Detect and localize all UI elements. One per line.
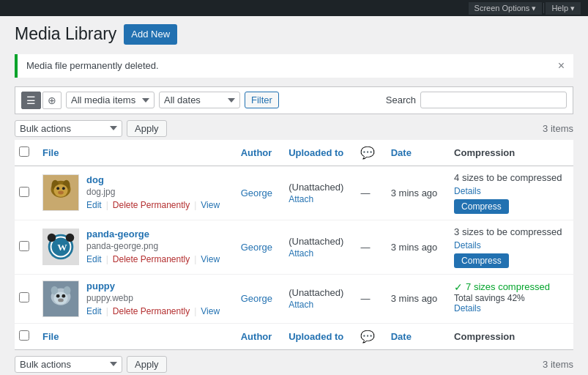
footer-comment-icon: 💬	[360, 330, 375, 343]
header-file-label: File	[42, 147, 59, 158]
bulk-bar-top: Bulk actions Delete Permanently Apply 3 …	[15, 120, 573, 137]
top-bar: Screen Options ▾ Help ▾	[0, 0, 588, 16]
page-header: Media Library Add New	[15, 23, 573, 45]
author-link-panda[interactable]: George	[241, 242, 272, 253]
apply-button-bottom[interactable]: Apply	[127, 356, 167, 373]
file-filename-panda: panda-george.png	[86, 241, 220, 251]
uploaded-cell-puppy: (Unattached) Attach	[281, 274, 353, 323]
compress-info-panda: 3 sizes to be compressed	[454, 226, 566, 237]
details-link-dog[interactable]: Details	[454, 186, 566, 196]
select-all-checkbox[interactable]	[19, 146, 29, 157]
author-link-puppy[interactable]: George	[241, 293, 272, 304]
row-cb-panda	[15, 220, 35, 274]
wp-admin: Screen Options ▾ Help ▾ Media Library Ad…	[0, 0, 588, 375]
list-view-icon: ☰	[26, 94, 36, 106]
compression-cell-panda: 3 sizes to be compressed Details Compres…	[447, 220, 573, 274]
footer-file-label: File	[42, 331, 59, 342]
header-uploaded[interactable]: Uploaded to	[281, 140, 353, 166]
list-view-button[interactable]: ☰	[21, 92, 41, 109]
delete-link-dog[interactable]: Delete Permanently	[113, 200, 190, 210]
notice-dismiss-button[interactable]: ×	[558, 60, 565, 72]
compression-cell-puppy: ✓ 7 sizes compressed Total savings 42% D…	[447, 274, 573, 323]
edit-link-dog[interactable]: Edit	[86, 200, 102, 210]
details-link-panda[interactable]: Details	[454, 240, 566, 250]
items-count-top: 3 items	[543, 123, 573, 134]
comment-dash-dog: —	[360, 188, 370, 198]
media-table: File Author Uploaded to 💬 Date	[15, 140, 573, 350]
uploaded-cell-panda: (Unattached) Attach	[281, 220, 353, 274]
help-label: Help	[551, 4, 568, 12]
select-all-checkbox-bottom[interactable]	[19, 330, 29, 341]
grid-view-button[interactable]: ⊕	[42, 92, 62, 109]
svg-point-18	[53, 292, 67, 304]
file-name-panda[interactable]: panda-george	[86, 229, 220, 240]
row-actions-puppy: Edit | Delete Permanently | View	[86, 306, 220, 316]
details-link-puppy[interactable]: Details	[454, 303, 566, 313]
header-date-label: Date	[391, 147, 412, 158]
attach-link-panda[interactable]: Attach	[289, 248, 346, 259]
delete-link-puppy[interactable]: Delete Permanently	[113, 306, 190, 316]
svg-point-12	[48, 234, 56, 242]
compress-button-dog[interactable]: Compress	[454, 199, 509, 214]
date-filter[interactable]: All dates January 2024	[159, 92, 240, 108]
attach-link-puppy[interactable]: Attach	[289, 300, 346, 310]
filter-button[interactable]: Filter	[245, 92, 279, 108]
notice-bar: Media file permanently deleted. ×	[15, 54, 573, 78]
file-info-panda: panda-george panda-george.png Edit | Del…	[86, 229, 220, 264]
row-checkbox-dog[interactable]	[19, 187, 29, 197]
bulk-actions-select-bottom[interactable]: Bulk actions Delete Permanently	[15, 356, 122, 373]
apply-button-top[interactable]: Apply	[127, 120, 167, 137]
screen-options-label: Screen Options	[475, 4, 530, 12]
help-button[interactable]: Help ▾	[546, 2, 581, 15]
footer-cb	[15, 323, 35, 349]
compression-cell-dog: 4 sizes to be compressed Details Compres…	[447, 166, 573, 220]
row-actions-panda: Edit | Delete Permanently | View	[86, 254, 220, 264]
footer-date[interactable]: Date	[384, 323, 447, 349]
header-comment[interactable]: 💬	[353, 140, 383, 166]
header-author-label: Author	[241, 147, 272, 158]
add-new-button[interactable]: Add New	[124, 24, 177, 45]
bulk-actions-select-top[interactable]: Bulk actions Delete Permanently	[15, 120, 122, 137]
file-name-puppy[interactable]: puppy	[86, 281, 220, 292]
delete-link-panda[interactable]: Delete Permanently	[113, 254, 190, 264]
checkmark-icon: ✓	[454, 281, 463, 293]
screen-options-button[interactable]: Screen Options ▾	[469, 2, 543, 15]
footer-author-label: Author	[241, 331, 272, 342]
header-date[interactable]: Date	[384, 140, 447, 166]
author-link-dog[interactable]: George	[241, 188, 272, 198]
file-cell-dog: dog dog.jpg Edit | Delete Permanently | …	[35, 166, 234, 220]
row-checkbox-panda[interactable]	[19, 241, 29, 251]
svg-point-7	[58, 191, 64, 195]
footer-uploaded[interactable]: Uploaded to	[281, 323, 353, 349]
top-bar-separator	[543, 3, 544, 13]
bulk-left-bottom: Bulk actions Delete Permanently Apply	[15, 356, 167, 373]
footer-file[interactable]: File	[35, 323, 234, 349]
footer-author[interactable]: Author	[234, 323, 281, 349]
compress-info-dog: 4 sizes to be compressed	[454, 172, 566, 183]
search-label: Search	[386, 94, 416, 105]
file-name-dog[interactable]: dog	[86, 174, 220, 185]
bulk-bar-bottom: Bulk actions Delete Permanently Apply 3 …	[15, 356, 573, 373]
media-type-filter[interactable]: All media items Images Audio Video	[66, 92, 155, 108]
table-row: puppy puppy.webp Edit | Delete Permanent…	[15, 274, 573, 323]
svg-point-5	[56, 188, 59, 190]
header-file[interactable]: File	[35, 140, 234, 166]
header-author[interactable]: Author	[234, 140, 281, 166]
svg-point-19	[56, 294, 60, 298]
compress-button-panda[interactable]: Compress	[454, 253, 509, 268]
edit-link-puppy[interactable]: Edit	[86, 306, 102, 316]
edit-link-panda[interactable]: Edit	[86, 254, 102, 264]
search-input[interactable]	[420, 92, 567, 108]
view-link-puppy[interactable]: View	[201, 306, 220, 316]
row-checkbox-puppy[interactable]	[19, 292, 29, 302]
unattached-text-dog: (Unattached)	[289, 182, 346, 193]
page-title: Media Library	[15, 23, 116, 45]
table-header-row: File Author Uploaded to 💬 Date	[15, 140, 573, 166]
view-link-dog[interactable]: View	[201, 200, 220, 210]
footer-comment[interactable]: 💬	[353, 323, 383, 349]
attach-link-dog[interactable]: Attach	[289, 194, 346, 204]
savings-puppy: Total savings 42%	[454, 293, 566, 303]
thumbnail-puppy	[42, 281, 79, 317]
svg-point-21	[58, 298, 64, 302]
view-link-panda[interactable]: View	[201, 254, 220, 264]
